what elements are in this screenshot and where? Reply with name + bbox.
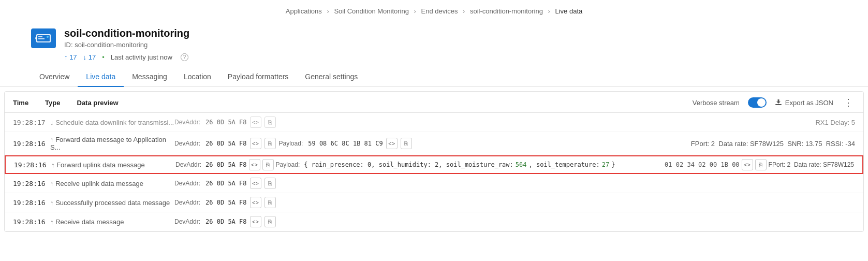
device-name: soil-condition-monitoring (64, 27, 189, 39)
row6-devaddr-value: 26 0D 5A F8 (205, 218, 246, 225)
tab-overview[interactable]: Overview (31, 67, 78, 87)
row6-time: 19:28:16 (13, 218, 50, 226)
row2-devaddr-label: DevAddr: (174, 140, 200, 147)
row4-time: 19:28:16 (13, 180, 50, 187)
breadcrumb-end-devices[interactable]: End devices (421, 7, 458, 15)
row1-data: DevAddr: 26 0D 5A F8 <> ⎘ (174, 117, 815, 128)
verbose-label: Verbose stream (693, 99, 740, 107)
row2-copy-btn[interactable]: ⎘ (264, 138, 276, 149)
device-stats: 17 17 • Last activity just now ? (64, 53, 189, 61)
row1-direction: ↓ Schedule data downlink for transmissi.… (50, 119, 174, 126)
info-icon[interactable]: ? (181, 53, 188, 61)
row3-hex: 01 02 34 02 00 1B 00 (665, 161, 740, 168)
row3-devaddr-label: DevAddr: (175, 161, 201, 168)
row4-devaddr-value: 26 0D 5A F8 (205, 180, 246, 187)
toolbar-right: Verbose stream Export as JSON ⋮ (693, 97, 855, 108)
activity-dot: • (102, 53, 105, 61)
breadcrumb-soil-monitoring[interactable]: Soil Condition Monitoring (334, 7, 409, 15)
tab-general-settings[interactable]: General settings (297, 67, 366, 87)
row6-direction: ↑ Receive data message (50, 218, 174, 226)
tab-payload-formatters[interactable]: Payload formatters (219, 67, 297, 87)
breadcrumb-device-id[interactable]: soil-condition-monitoring (470, 7, 543, 15)
row3-data: DevAddr: 26 0D 5A F8 <> ⎘ Payload: { rai… (175, 159, 660, 170)
row3-direction: ↑ Forward uplink data message (51, 161, 175, 169)
row2-payload-copy-btn[interactable]: ⎘ (401, 138, 412, 149)
breadcrumb-sep-2: › (414, 7, 416, 15)
row5-direction: ↑ Successfully processed data message (50, 199, 174, 207)
row1-code-btn[interactable]: <> (250, 117, 261, 128)
svg-rect-6 (775, 104, 782, 105)
tab-location[interactable]: Location (175, 67, 219, 87)
row2-code-btn[interactable]: <> (250, 138, 261, 149)
last-activity: Last activity just now (111, 53, 172, 61)
content-area: Time Type Data preview Verbose stream Ex… (4, 91, 864, 232)
row3-type: Forward uplink data message (56, 161, 145, 169)
row3-copy-btn[interactable]: ⎘ (262, 159, 274, 170)
table-row: 19:28:17 ↓ Schedule data downlink for tr… (5, 113, 863, 132)
col-header-type: Type (45, 99, 60, 107)
row6-devaddr-label: DevAddr: (174, 218, 200, 225)
row1-devaddr-label: DevAddr: (174, 119, 200, 126)
row1-copy-btn[interactable]: ⎘ (264, 117, 276, 128)
toggle-track[interactable] (748, 97, 767, 108)
row6-type: Receive data message (55, 218, 124, 226)
tab-live-data[interactable]: Live data (78, 67, 124, 87)
row3-code-btn[interactable]: <> (249, 159, 260, 170)
breadcrumb-sep-4: › (548, 7, 550, 15)
data-toolbar: Time Type Data preview Verbose stream Ex… (5, 92, 863, 113)
row1-type: Schedule data downlink for transmissi... (55, 119, 174, 126)
row5-type: Successfully processed data message (55, 199, 170, 207)
row3-payload-highlighted-value: 564 (516, 161, 527, 168)
row3-devaddr-value: 26 0D 5A F8 (205, 161, 246, 168)
tabs-nav: Overview Live data Messaging Location Pa… (0, 67, 868, 87)
row3-payload-temp: , soil_temperature: (528, 161, 599, 168)
breadcrumb-sep-3: › (463, 7, 465, 15)
row2-payload-label: Payload: (279, 140, 303, 147)
row2-extra: FPort: 2 Data rate: SF78W125 SNR: 13.75 … (691, 140, 855, 148)
verbose-toggle[interactable] (748, 97, 767, 108)
row5-time: 19:28:16 (13, 199, 50, 207)
toggle-thumb (757, 98, 766, 107)
row4-devaddr-label: DevAddr: (174, 180, 200, 187)
row4-data: DevAddr: 26 0D 5A F8 <> ⎘ (174, 178, 855, 189)
svg-rect-5 (35, 37, 37, 39)
row2-devaddr-value: 26 0D 5A F8 (205, 140, 246, 147)
row6-data: DevAddr: 26 0D 5A F8 <> ⎘ (174, 216, 855, 227)
row2-payload-code-btn[interactable]: <> (386, 138, 398, 149)
row3-hex-code-btn[interactable]: <> (742, 159, 753, 170)
more-options-btn[interactable]: ⋮ (842, 97, 855, 108)
row4-copy-btn[interactable]: ⎘ (264, 178, 276, 189)
row1-time: 19:28:17 (13, 119, 50, 126)
svg-rect-2 (38, 36, 42, 37)
table-row: 19:28:16 ↑ Successfully processed data m… (5, 193, 863, 212)
row5-copy-btn[interactable]: ⎘ (264, 197, 276, 208)
svg-rect-3 (38, 38, 45, 39)
row5-devaddr-label: DevAddr: (174, 199, 200, 206)
stat-up: 17 (64, 53, 77, 61)
export-btn[interactable]: Export as JSON (775, 99, 833, 107)
table-row-highlighted: 19:28:16 ↑ Forward uplink data message D… (5, 155, 863, 174)
breadcrumb-applications[interactable]: Applications (286, 7, 322, 15)
row3-payload-label: Payload: (276, 161, 300, 168)
row2-data: DevAddr: 26 0D 5A F8 <> ⎘ Payload: 59 08… (174, 138, 691, 149)
row5-code-btn[interactable]: <> (250, 197, 261, 208)
row5-devaddr-value: 26 0D 5A F8 (205, 199, 246, 206)
breadcrumb-current: Live data (555, 7, 582, 15)
row2-payload-value: 59 08 6C 8C 1B 81 C9 (308, 140, 383, 147)
row2-type: Forward data message to Application S... (50, 136, 166, 151)
col-header-time: Time (13, 99, 28, 107)
row4-code-btn[interactable]: <> (250, 178, 261, 189)
row3-hex-copy-btn[interactable]: ⎘ (755, 159, 767, 170)
row3-time: 19:28:16 (14, 161, 51, 169)
table-row: 19:28:16 ↑ Receive uplink data message D… (5, 174, 863, 193)
row4-type: Receive uplink data message (55, 180, 143, 187)
tab-messaging[interactable]: Messaging (124, 67, 175, 87)
row3-payload-open: { rain_presence: 0, soil_humidity: 2, so… (304, 161, 513, 168)
breadcrumb-sep-1: › (327, 7, 329, 15)
row3-extra: 01 02 34 02 00 1B 00 <> ⎘ FPort: 2 Data … (665, 159, 854, 170)
row6-copy-btn[interactable]: ⎘ (264, 216, 276, 227)
row2-time: 19:28:16 (13, 140, 50, 148)
row6-code-btn[interactable]: <> (250, 216, 261, 227)
download-icon (775, 99, 782, 106)
row3-payload-close: } (611, 161, 615, 168)
